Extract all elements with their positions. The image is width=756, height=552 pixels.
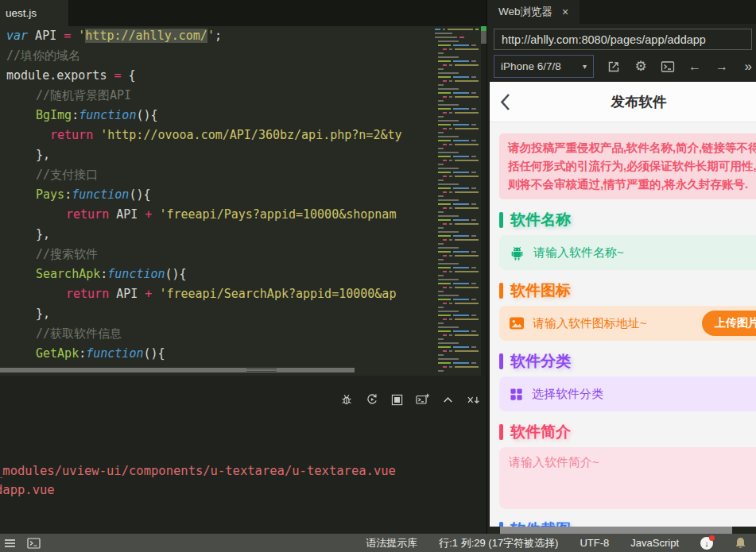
minimap-segment	[438, 68, 444, 70]
minimap-segment	[438, 219, 451, 221]
minimap-segment	[449, 287, 452, 288]
terminal-icon[interactable]	[661, 60, 675, 74]
mobile-preview: 发布软件 请勿投稿严重侵权产品,软件名称,简介,链接等不得包括任何形式的引流行为…	[490, 82, 756, 527]
code-token: var	[6, 29, 28, 43]
bug-icon[interactable]	[339, 393, 353, 406]
syntax-library-status[interactable]: 语法提示库	[366, 536, 417, 550]
minimap-segment	[455, 350, 479, 352]
minimap-row	[433, 92, 481, 94]
minimap-segment	[455, 223, 479, 225]
section-title: 软件截图	[510, 519, 571, 527]
minimap-segment	[453, 187, 469, 189]
terminal-icon[interactable]	[27, 538, 41, 549]
code-line: var API = 'http://ahlly.com/';	[0, 26, 433, 46]
code-editor[interactable]: var API = 'http://ahlly.com/';//填你的域名mod…	[0, 26, 433, 376]
minimap-row	[433, 52, 481, 54]
gear-icon[interactable]: ⚙	[634, 60, 648, 74]
code-line: GetApk:function(){	[0, 344, 433, 364]
close-panel-icon[interactable]	[467, 393, 480, 406]
minimap-segment	[438, 88, 459, 90]
code-token: //搜索软件	[36, 247, 98, 261]
editor-vscroll-thumb[interactable]	[481, 31, 487, 44]
minimap-segment	[455, 96, 479, 98]
minimap-row	[433, 29, 481, 30]
menu-icon[interactable]	[4, 538, 16, 548]
preview-horizontal-scrollbar[interactable]	[487, 527, 756, 534]
code-line: module.exports = {	[0, 66, 433, 86]
minimap-row	[433, 330, 481, 332]
input-category[interactable]: 选择软件分类	[499, 376, 756, 411]
minimap-segment	[449, 160, 452, 161]
minimap-segment	[438, 247, 459, 249]
encoding-status[interactable]: UTF-8	[580, 537, 609, 549]
back-arrow-icon[interactable]: ←	[688, 60, 702, 74]
code-token: GetApk	[36, 346, 79, 361]
language-mode-status[interactable]: JavaScript	[630, 537, 679, 549]
minimap-row	[433, 247, 481, 249]
minimap-segment	[453, 315, 469, 316]
section-accent-bar	[499, 424, 503, 440]
code-token: =	[64, 29, 71, 43]
tab-request-js[interactable]: uest.js	[0, 0, 68, 26]
code-token: :	[79, 346, 86, 361]
toolbar-overflow-icon[interactable]: »	[745, 59, 752, 75]
minimap-segment	[471, 251, 476, 253]
code-token: 'freeapi/SearchApk?appid=10000&ap	[159, 287, 396, 301]
minimap-row	[433, 88, 481, 90]
minimap-row	[433, 366, 481, 368]
minimap-segment	[438, 283, 451, 284]
upload-image-button[interactable]: 上传图片	[702, 311, 756, 336]
device-select[interactable]: iPhone 6/7/8 ▾	[494, 55, 594, 78]
minimap-row	[433, 72, 481, 74]
code-token: //获取软件信息	[36, 326, 122, 341]
tab-web-browser[interactable]: Web浏览器 ×	[487, 0, 580, 24]
editor-vertical-scrollbar[interactable]	[481, 26, 487, 376]
minimap-segment	[435, 29, 440, 30]
chevron-up-icon[interactable]	[441, 393, 455, 406]
editor-hscroll-thumb[interactable]	[0, 368, 355, 373]
section-header-category: 软件分类	[499, 352, 756, 371]
terminal-add-icon[interactable]	[416, 393, 429, 406]
placeholder-text: 请输入软件图标地址~	[533, 316, 647, 331]
minimap-segment	[443, 350, 447, 352]
preview-hscroll-thumb[interactable]	[500, 527, 732, 534]
bell-icon[interactable]	[735, 537, 746, 550]
minimap-row	[433, 112, 481, 114]
minimap-segment	[443, 64, 447, 66]
stop-icon[interactable]	[390, 393, 404, 406]
minimap-row	[433, 326, 481, 328]
section-title: 软件分类	[510, 351, 571, 372]
minimap-segment	[443, 255, 447, 257]
code-token: :	[100, 267, 107, 281]
close-icon[interactable]: ×	[562, 6, 568, 18]
minimap-segment	[453, 219, 469, 221]
minimap-row	[433, 104, 481, 106]
code-token: function	[107, 267, 165, 281]
restart-icon[interactable]	[365, 393, 378, 406]
editor-horizontal-scrollbar[interactable]	[0, 367, 433, 373]
warning-line: 请勿投稿严重侵权产品,软件名称,简介,链接等不得包	[508, 139, 756, 157]
code-line: return API + 'freeapi/Pays?appid=10000&s…	[0, 205, 433, 225]
cursor-position-status[interactable]: 行:1 列:29 (17字符被选择)	[439, 536, 558, 550]
minimap-segment	[453, 92, 469, 94]
minimap-segment	[443, 112, 447, 114]
code-line: return API + 'freeapi/SearchApk?appid=10…	[0, 284, 433, 304]
minimap-segment	[449, 255, 452, 257]
open-external-icon[interactable]	[607, 60, 621, 74]
minimap-segment	[471, 203, 476, 205]
input-name[interactable]: 请输入软件名称~	[499, 235, 756, 270]
console-output-line[interactable]: dapp.vue	[0, 481, 396, 500]
textarea-intro[interactable]: 请输入软件简介~	[499, 447, 756, 509]
forward-arrow-icon[interactable]: →	[715, 60, 729, 74]
minimap-segment	[438, 56, 459, 58]
input-icon[interactable]: 请输入软件图标地址~上传图片	[499, 306, 756, 341]
minimap-segment	[455, 239, 479, 241]
section-title: 软件图标	[510, 280, 571, 301]
minimap-segment	[455, 176, 479, 177]
minimap-segment	[443, 144, 447, 145]
minimap-segment	[455, 207, 479, 209]
editor-minimap[interactable]	[433, 26, 481, 376]
console-output-line[interactable]: _modules/uview-ui/components/u-textarea/…	[0, 461, 396, 481]
url-input[interactable]: http://ahlly.com:8080/pages/app/addapp	[494, 29, 752, 50]
update-icon[interactable]: ↓	[700, 537, 713, 550]
